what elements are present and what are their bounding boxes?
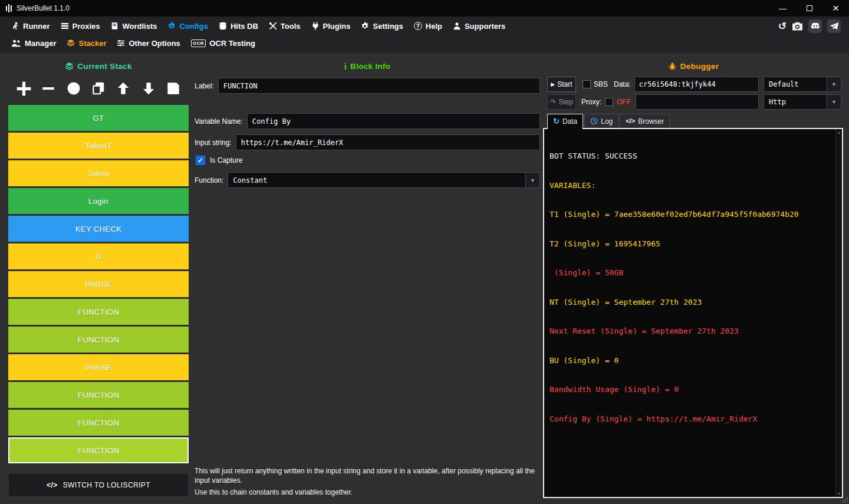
chevron-down-icon[interactable]: ▼	[827, 77, 841, 91]
minus-icon	[41, 81, 55, 95]
menu-proxies[interactable]: Proxies	[55, 17, 106, 35]
titlebar: SilverBullet 1.1.0 — ×	[0, 0, 849, 17]
window-title: SilverBullet 1.1.0	[17, 4, 70, 12]
add-block-button[interactable]	[14, 78, 34, 99]
move-block-up-button[interactable]	[113, 78, 133, 99]
console-scrollbar[interactable]: ▲ ▼	[835, 129, 842, 497]
resize-grip-icon[interactable]	[841, 496, 848, 503]
input-string-input[interactable]	[236, 134, 540, 150]
debugger-row-2: ↷ Step Proxy: OFF Http ▼	[547, 94, 841, 110]
arrow-up-icon	[116, 81, 130, 95]
proxy-input[interactable]	[636, 94, 759, 110]
manager-icon	[11, 39, 21, 47]
stack-block[interactable]: FUNCTION	[8, 327, 189, 353]
debugger-console[interactable]: BOT STATUS: SUCCESS VARIABLES: T1 (Singl…	[543, 128, 843, 498]
maximize-button[interactable]	[796, 0, 822, 17]
window-controls: — ×	[769, 0, 849, 17]
function-dropdown-value: Constant	[228, 176, 525, 185]
telegram-icon[interactable]	[827, 19, 841, 33]
chevron-down-icon[interactable]: ▼	[827, 95, 841, 109]
menu-settings[interactable]: Settings	[356, 17, 408, 35]
wordlists-icon	[110, 22, 119, 30]
save-stack-button[interactable]	[163, 78, 183, 99]
code-icon: </>	[47, 481, 58, 489]
stack-block[interactable]: FUNCTION	[8, 382, 189, 408]
clone-block-button[interactable]	[88, 78, 108, 99]
label-input[interactable]	[218, 78, 540, 94]
stack-block[interactable]: FUNCTION	[8, 410, 189, 436]
disable-block-button[interactable]	[64, 78, 84, 99]
stack-block[interactable]: KEY CHECK	[8, 216, 189, 242]
is-capture-label: Is Capture	[210, 156, 242, 164]
menu-supporters[interactable]: Supporters	[447, 17, 511, 35]
debugger-header: Debugger	[542, 59, 844, 73]
stack-block[interactable]: TokenT	[8, 133, 189, 159]
sbs-label: SBS	[594, 80, 608, 88]
remove-block-button[interactable]	[38, 78, 58, 99]
console-line: BU (Single) = 0	[549, 356, 837, 366]
camera-icon[interactable]	[792, 21, 803, 31]
step-button[interactable]: ↷ Step	[547, 94, 576, 110]
close-button[interactable]: ×	[822, 0, 849, 17]
is-capture-checkbox[interactable]: ✓	[196, 156, 205, 165]
sliders-icon	[117, 39, 125, 47]
stacker-icon	[67, 39, 75, 47]
tab-browser[interactable]: </> Browser	[620, 114, 670, 128]
debugger-row-1: ▶ Start SBS Data: Default ▼	[547, 77, 841, 92]
start-button[interactable]: ▶ Start	[547, 77, 576, 92]
submenu-stacker[interactable]: Stacker	[61, 35, 111, 51]
submenu-other-options[interactable]: Other Options	[111, 35, 185, 51]
variable-name-caption: Variable Name:	[195, 117, 243, 126]
tab-log[interactable]: Log	[584, 114, 618, 128]
stack-block[interactable]: Login	[8, 188, 189, 214]
variable-name-input[interactable]	[247, 113, 540, 129]
console-line: Config By (Single) = https://t.me/Amir_R…	[549, 414, 837, 424]
stack-block[interactable]: PARSE	[8, 271, 189, 297]
stack-block-list: GT TokenT Token Login KEY CHECK G PARSE …	[8, 105, 189, 463]
scroll-up-icon[interactable]: ▲	[837, 130, 841, 134]
stack-block-selected[interactable]: FUNCTION	[8, 437, 189, 463]
stack-block[interactable]: Token	[8, 160, 189, 186]
submenu-ocr-testing[interactable]: OCR OCR Testing	[186, 35, 261, 51]
menu-tools[interactable]: Tools	[264, 17, 306, 35]
menu-configs[interactable]: Configs	[162, 17, 213, 35]
menu-wordlists[interactable]: Wordlists	[105, 17, 162, 35]
refresh-icon: ↻	[553, 117, 560, 125]
sbs-checkbox[interactable]	[583, 80, 591, 88]
menubar-right-icons: ↺	[778, 19, 843, 33]
console-line: T1 (Single) = 7aee358e60ef02ed7b64df7a94…	[549, 210, 837, 220]
runner-icon	[11, 22, 19, 30]
proxy-checkbox[interactable]	[605, 98, 613, 106]
menu-hits-db[interactable]: Hits DB	[213, 17, 264, 35]
wordlist-type-dropdown[interactable]: Default ▼	[764, 77, 841, 92]
proxy-type-value: Http	[764, 98, 827, 106]
label-row: Label:	[195, 78, 540, 94]
menu-runner[interactable]: Runner	[6, 17, 55, 35]
input-string-caption: Input string:	[195, 139, 232, 147]
minimize-button[interactable]: —	[769, 0, 796, 17]
chevron-down-icon[interactable]: ▼	[525, 173, 539, 187]
debug-data-input[interactable]	[634, 77, 759, 92]
stack-block[interactable]: PARSE	[8, 354, 189, 380]
discord-icon[interactable]	[808, 19, 822, 33]
submenu-manager[interactable]: Manager	[6, 35, 61, 51]
history-icon[interactable]: ↺	[778, 21, 787, 31]
stack-block[interactable]: GT	[8, 105, 189, 131]
copy-icon	[91, 81, 106, 95]
stack-block[interactable]: G	[8, 243, 189, 269]
switch-to-loliscript-button[interactable]: </> SWITCH TO LOLISCRIPT	[8, 473, 189, 497]
proxy-type-dropdown[interactable]: Http ▼	[764, 94, 841, 110]
function-dropdown[interactable]: Constant ▼	[228, 172, 540, 188]
menu-help[interactable]: ? Help	[409, 17, 447, 35]
tab-data[interactable]: ↻ Data	[547, 114, 583, 128]
stack-block[interactable]: FUNCTION	[8, 299, 189, 325]
main-content: Current Stack GT TokenT Token Login KEY …	[0, 53, 849, 504]
function-row: Function: Constant ▼	[195, 172, 540, 188]
save-floppy-icon	[166, 81, 180, 95]
proxy-off-status: OFF	[617, 98, 631, 106]
move-block-down-button[interactable]	[139, 78, 159, 99]
scroll-down-icon[interactable]: ▼	[837, 492, 841, 496]
stack-layers-icon	[65, 62, 74, 71]
step-arrow-icon: ↷	[550, 98, 556, 106]
menu-plugins[interactable]: Plugins	[306, 17, 356, 35]
